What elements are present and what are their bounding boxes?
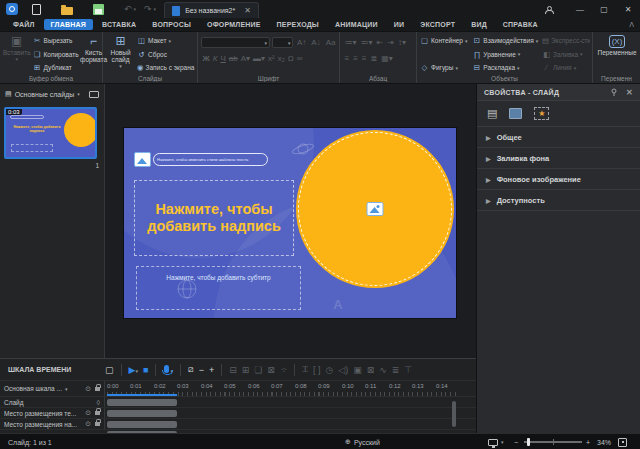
italic-icon[interactable]: К: [211, 54, 219, 63]
font-size-combo[interactable]: ▾: [272, 37, 293, 48]
tab-ai[interactable]: ИИ: [387, 19, 411, 30]
track-main-scale[interactable]: Основная шкала ... ▾ ⊙: [0, 381, 105, 396]
section-background-image[interactable]: ▶Фоновое изображение: [477, 169, 640, 190]
save-icon[interactable]: [93, 4, 104, 15]
close-tab-icon[interactable]: ✕: [244, 6, 251, 15]
strikethrough-icon[interactable]: ab: [227, 54, 239, 63]
open-folder-icon[interactable]: [61, 7, 73, 15]
close-button[interactable]: ✕: [616, 5, 640, 14]
paste-button[interactable]: ▣ Вставить ▾: [3, 35, 31, 73]
placeholder-clip-bar[interactable]: [107, 421, 177, 428]
subtitle-placeholder[interactable]: Нажмите, чтобы добавить субтитр: [136, 266, 301, 310]
merge-clips-icon[interactable]: ⊞: [242, 365, 250, 375]
tab-insert[interactable]: ВСТАВКА: [95, 19, 143, 30]
tab-questions[interactable]: ВОПРОСЫ: [145, 19, 198, 30]
ibeam-cursor-icon[interactable]: Ɪ: [302, 364, 307, 375]
collapse-ribbon-icon[interactable]: ᐱ: [629, 21, 634, 29]
slide-clip-bar[interactable]: [107, 399, 177, 406]
tab-home[interactable]: ГЛАВНАЯ: [44, 19, 93, 30]
view-mode-selector[interactable]: ▾: [488, 434, 504, 449]
increase-indent-icon[interactable]: ⇥: [386, 38, 396, 47]
tab-view[interactable]: ВИД: [464, 19, 494, 30]
title-placeholder[interactable]: Нажмите, чтобы добавить надпись: [134, 180, 294, 256]
user-account-icon[interactable]: [545, 6, 552, 13]
remove-image-icon[interactable]: ⊠: [367, 365, 375, 375]
change-case-icon[interactable]: Аа: [324, 38, 337, 47]
section-background-fill[interactable]: ▶Заливка фона: [477, 148, 640, 169]
close-panel-icon[interactable]: ✕: [626, 88, 633, 97]
line-button[interactable]: ∕Линия▾: [542, 63, 590, 72]
numbered-list-icon[interactable]: ≕▾: [359, 38, 374, 47]
bold-icon[interactable]: Ж: [201, 54, 211, 63]
link-icon[interactable]: ∞: [295, 54, 304, 63]
zoom-out-timeline-icon[interactable]: −: [199, 365, 204, 375]
tab-transitions[interactable]: ПЕРЕХОДЫ: [270, 19, 326, 30]
section-accessibility[interactable]: ▶Доступность: [477, 190, 640, 211]
document-tab[interactable]: Без названия2* ✕: [164, 2, 259, 18]
interactions-button[interactable]: ⊡Взаимодействия▾: [472, 36, 540, 45]
visibility-toggle-icon[interactable]: ⊙: [85, 385, 91, 393]
zoom-level[interactable]: 34%: [597, 434, 611, 449]
lock-toggle-icon[interactable]: [95, 411, 100, 415]
waveform-icon[interactable]: ∿: [379, 365, 387, 375]
duplicate-button[interactable]: ⊞Дубликат: [33, 63, 79, 72]
pin-icon[interactable]: [610, 88, 618, 96]
language-selector[interactable]: ⊕ Русский: [345, 434, 380, 449]
decrease-font-icon[interactable]: А↓: [310, 38, 322, 47]
font-name-combo[interactable]: ▾: [201, 37, 270, 48]
justify-icon[interactable]: ≣: [369, 54, 379, 63]
slide[interactable]: А Нажмите, чтобы изменить стили шаблона …: [124, 128, 456, 318]
copy-clip-icon[interactable]: ❏: [254, 365, 262, 375]
layout-button[interactable]: ◫Макет▾: [137, 36, 195, 45]
monitor-icon[interactable]: [89, 91, 99, 98]
image-placeholder-circle[interactable]: [296, 130, 454, 288]
minimize-button[interactable]: —: [568, 5, 592, 14]
shading-icon[interactable]: ▦▾: [380, 54, 395, 63]
zoom-slider-handle[interactable]: [527, 438, 530, 446]
stop-button[interactable]: ■: [143, 365, 148, 375]
new-slide-button[interactable]: ⊞ Новый слайд ▾: [106, 35, 135, 73]
insert-image-icon[interactable]: [367, 202, 384, 216]
reset-button[interactable]: ↺Сброс: [137, 50, 195, 59]
chart-icon[interactable]: ≣: [392, 365, 400, 375]
align-left-icon[interactable]: ≡: [343, 54, 351, 63]
shapes-button[interactable]: ◇Фигуры▾: [420, 63, 470, 72]
redo-icon[interactable]: ↷: [144, 4, 152, 14]
slides-panel-title[interactable]: Основные слайды: [15, 91, 75, 98]
increase-font-icon[interactable]: А↑: [295, 38, 307, 47]
fill-button[interactable]: ◧Заливка▾: [542, 50, 590, 59]
play-button[interactable]: ▶▾: [129, 365, 138, 375]
image-clip-icon[interactable]: ▣: [353, 365, 362, 375]
visibility-toggle-icon[interactable]: ⊙: [85, 420, 91, 428]
effects-properties-tab-icon[interactable]: ★: [534, 107, 549, 120]
tab-file[interactable]: ФАЙЛ: [6, 19, 42, 30]
zoom-out-button[interactable]: −: [514, 434, 518, 449]
equation-button[interactable]: ∏Уравнение▾: [472, 50, 540, 59]
bullet-list-icon[interactable]: ≔▾: [343, 38, 358, 47]
subscript-icon[interactable]: x₂: [276, 54, 286, 63]
highlight-color-icon[interactable]: ▬▾: [252, 54, 267, 63]
lock-toggle-icon[interactable]: [95, 422, 100, 426]
underline-icon[interactable]: Ч: [219, 54, 227, 63]
duration-clock-icon[interactable]: ◷: [325, 365, 333, 375]
copy-button[interactable]: ❏Копировать: [33, 50, 79, 59]
placeholder-clip-bar[interactable]: [107, 410, 177, 417]
align-center-icon[interactable]: ≡: [352, 54, 360, 63]
template-text-placeholder[interactable]: Нажмите, чтобы изменить стили шаблона те…: [134, 152, 268, 167]
tab-animations[interactable]: АНИМАЦИИ: [328, 19, 385, 30]
container-button[interactable]: ▢Контейнер▾: [420, 36, 470, 45]
split-clip-icon[interactable]: ⊟: [229, 365, 237, 375]
visibility-toggle-icon[interactable]: ⊙: [85, 409, 91, 417]
screen-record-button[interactable]: ◉Запись с экрана▾: [137, 63, 195, 72]
express-styles-button[interactable]: ▤Экспресс-стили▾: [542, 36, 590, 45]
fit-to-window-icon[interactable]: [618, 438, 627, 447]
zoom-slider[interactable]: [524, 441, 582, 443]
decrease-indent-icon[interactable]: ⇤: [375, 38, 385, 47]
undo-dropdown-icon[interactable]: ▾: [134, 6, 137, 12]
symbol-icon[interactable]: Ω: [286, 54, 295, 63]
slides-panel-dropdown-icon[interactable]: ▾: [77, 91, 80, 97]
maximize-button[interactable]: ▢: [592, 5, 616, 14]
tag-icon[interactable]: ◊: [97, 399, 100, 406]
section-general[interactable]: ▶Общее: [477, 127, 640, 148]
font-color-icon[interactable]: А▾: [239, 54, 251, 63]
